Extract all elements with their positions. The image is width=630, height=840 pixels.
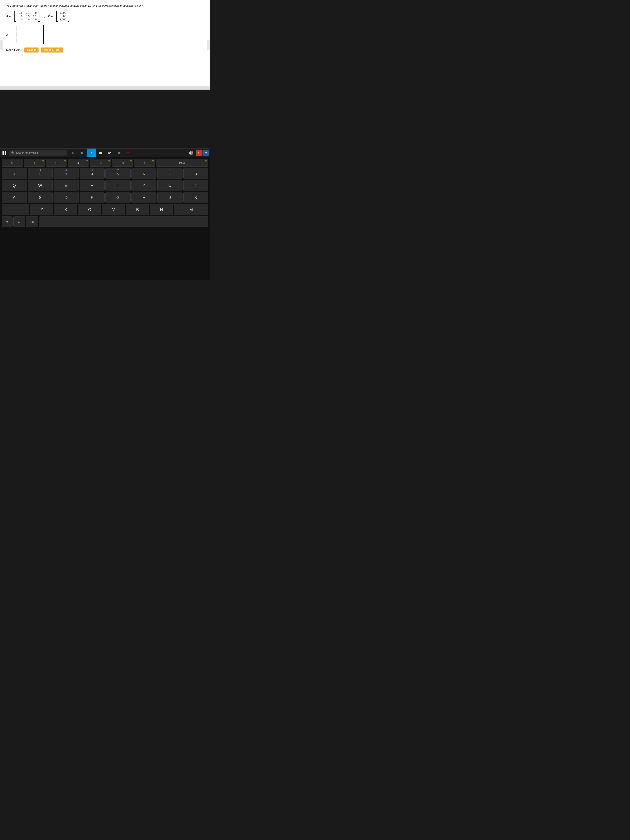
win-key-icon: ⊞ — [18, 220, 21, 223]
matrix-a-left-bracket — [14, 11, 16, 22]
key-w-letter: W — [38, 183, 42, 188]
key-6[interactable]: ^ 6 — [131, 168, 157, 179]
key-7[interactable]: & 7 — [157, 168, 183, 179]
word-app-icon[interactable]: W — [202, 150, 209, 156]
read-it-button[interactable]: Read It — [24, 47, 38, 52]
key-s[interactable]: S — [28, 192, 53, 203]
key-y[interactable]: Y — [131, 180, 157, 191]
key-7-sym: & — [169, 169, 171, 172]
key-3[interactable]: # 3 — [54, 168, 79, 179]
key-z-letter: Z — [40, 207, 43, 212]
key-1[interactable]: ! 1 — [2, 168, 27, 179]
f1-label: F1 — [11, 162, 14, 164]
f7-sym: ☀ — [144, 162, 145, 164]
key-alt[interactable]: Alt — [26, 216, 38, 227]
store-icon[interactable]: 🛍 — [106, 148, 114, 157]
matrix-a-right-bracket — [38, 11, 40, 22]
key-f2[interactable]: ✳ F2 — [24, 159, 45, 167]
num-row: ! 1 @ 2 # 3 $ 4 % 5 ^ 6 & 7 * 8 — [2, 168, 208, 179]
cortana-button[interactable]: ○ — [69, 148, 77, 157]
key-f4[interactable]: ⋈× F4 — [68, 159, 89, 167]
search-placeholder-text: Search for anything — [16, 152, 38, 155]
key-e[interactable]: E — [54, 180, 79, 191]
file-explorer-icon[interactable]: 📁 — [96, 148, 105, 157]
key-f1[interactable]: F1 — [2, 159, 23, 167]
key-f5[interactable]: ◁ F5 — [90, 159, 111, 167]
d-r1c1: 1,000 — [60, 11, 66, 14]
win-icon-tr — [5, 151, 6, 153]
key-r[interactable]: R — [80, 180, 105, 191]
key-win[interactable]: ⊞ — [13, 216, 25, 227]
key-a[interactable]: A — [2, 192, 27, 203]
key-f3[interactable]: ▷∥ F3 — [46, 159, 67, 167]
key-d[interactable]: D — [54, 192, 79, 203]
mail-icon[interactable]: ✉ — [115, 148, 123, 157]
a-r3c1: 0 — [17, 18, 22, 21]
key-f6[interactable]: ◁) F6 — [112, 159, 133, 167]
task-view-button[interactable]: ⊞ — [78, 148, 87, 157]
key-m-letter: M — [189, 207, 193, 212]
key-w[interactable]: W — [28, 180, 53, 191]
key-8-sym: * — [196, 169, 196, 172]
key-2-sym: @ — [39, 169, 41, 172]
key-z[interactable]: Z — [30, 204, 53, 215]
x-label: X = — [6, 33, 11, 36]
x-input-2[interactable] — [16, 32, 41, 37]
matrix-d: 1,000 5,000 2,000 — [56, 11, 69, 22]
key-3-main: 3 — [65, 172, 67, 177]
key-fn[interactable]: Fn — [2, 216, 13, 227]
key-u[interactable]: U — [157, 180, 183, 191]
a-r2c3: 0.1 — [32, 15, 37, 18]
key-j[interactable]: J — [157, 192, 183, 203]
key-5-main: 5 — [117, 172, 119, 177]
key-5[interactable]: % 5 — [106, 168, 131, 179]
key-h[interactable]: H — [131, 192, 157, 203]
key-7-main: 7 — [169, 172, 171, 177]
key-2[interactable]: @ 2 — [28, 168, 53, 179]
scroll-right-arrow[interactable]: › — [207, 39, 210, 50]
key-5-sym: % — [117, 169, 119, 172]
key-m[interactable]: M — [174, 204, 208, 215]
chrome-icon[interactable] — [188, 149, 195, 157]
key-prtscr[interactable]: PrtScr F8 — [156, 159, 208, 167]
key-8[interactable]: * 8 — [183, 168, 208, 179]
key-f7[interactable]: ☀ F7 — [134, 159, 155, 167]
key-g[interactable]: G — [106, 192, 131, 203]
f5-sym: ◁ — [99, 162, 101, 164]
x-input-3[interactable] — [16, 38, 41, 43]
taskbar: 🔍 Search for anything ○ ⊞ e 📁 🛍 ✉ X — [0, 148, 210, 157]
key-q[interactable]: Q — [2, 180, 27, 191]
key-j-letter: J — [169, 195, 171, 200]
problem-text: You are given a technology matrix A and … — [6, 4, 204, 8]
scroll-left-arrow[interactable]: ‹ — [0, 39, 3, 50]
win-icon-bl — [3, 153, 4, 155]
matrix-a: 0.5 0.1 0 0 0.5 0.1 0 0 0.5 — [14, 11, 40, 22]
a-r3c3: 0.5 — [32, 18, 37, 21]
talk-tutor-button[interactable]: Talk to a Tutor — [41, 47, 63, 52]
key-v[interactable]: V — [102, 204, 125, 215]
key-b[interactable]: B — [126, 204, 149, 215]
key-n[interactable]: N — [150, 204, 173, 215]
key-c-letter: C — [88, 207, 91, 212]
f3-sym: ▷∥ — [55, 162, 58, 164]
key-x[interactable]: X — [54, 204, 77, 215]
start-button[interactable] — [0, 148, 9, 157]
x-input-1[interactable] — [16, 26, 41, 31]
key-f[interactable]: F — [80, 192, 105, 203]
f4-label: F4 — [86, 160, 88, 162]
edge-browser-icon[interactable]: e — [87, 148, 96, 157]
matrix-d-label: D = — [48, 14, 53, 18]
key-t[interactable]: T — [106, 180, 131, 191]
matrix-d-row-2: 5,000 — [60, 15, 66, 18]
f6-sym: ◁) — [121, 162, 124, 164]
key-i[interactable]: I — [183, 180, 208, 191]
key-c[interactable]: C — [78, 204, 101, 215]
key-k[interactable]: K — [183, 192, 208, 203]
search-bar[interactable]: 🔍 Search for anything — [9, 150, 67, 156]
snip-sketch-icon[interactable] — [124, 148, 133, 157]
key-space[interactable] — [39, 216, 208, 227]
key-4[interactable]: $ 4 — [80, 168, 105, 179]
screen-area: You are given a technology matrix A and … — [0, 0, 210, 90]
x-app-icon[interactable]: X — [196, 150, 202, 156]
key-1-main: 1 — [13, 172, 15, 177]
